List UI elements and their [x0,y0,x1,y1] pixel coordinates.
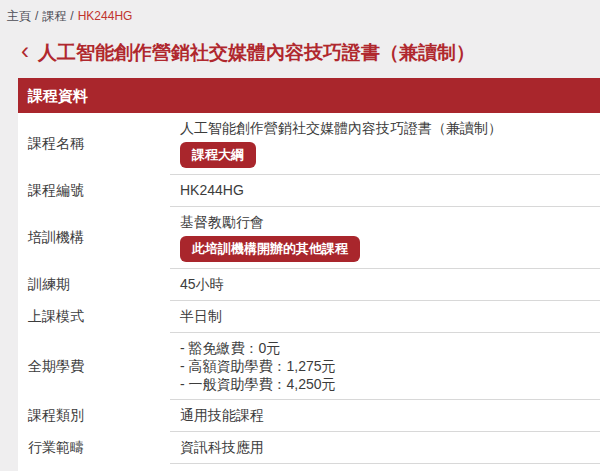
row-label: 培訓機構 [28,229,170,247]
row-value-text: 基督教勵行會 [180,213,590,232]
row-value-text: 資訊科技應用 [180,438,590,457]
table-row: 課程類別 通用技能課程 [28,400,600,432]
row-value-text: 半日制 [180,307,590,326]
course-info-panel: 課程資料 課程名稱 人工智能創作營銷社交媒體內容技巧證書（兼讀制）課程大綱 課程… [18,78,600,471]
row-label: 上課模式 [28,308,170,326]
table-row: 訓練期 45小時 [28,269,600,301]
breadcrumb-separator: / [35,9,38,23]
row-action-button[interactable]: 課程大綱 [180,142,256,168]
row-value: 45小時 [170,269,600,301]
row-value: HK244HG [170,175,600,207]
breadcrumb-current: HK244HG [78,9,133,23]
page-title-row: ‹ 人工智能創作營銷社交媒體內容技巧證書（兼讀制） [21,40,590,66]
row-value: 資訊科技應用 [170,432,600,464]
breadcrumb: 主頁/課程/HK244HG [0,0,600,23]
row-label: 課程編號 [28,182,170,200]
breadcrumb-link-courses[interactable]: 課程 [42,9,66,23]
table-row: 上課模式 半日制 [28,301,600,333]
row-label: 課程名稱 [28,135,170,153]
row-value-text: HK244HG [180,181,590,200]
row-value: 基督教勵行會此培訓機構開辦的其他課程 [170,207,600,269]
panel-header: 課程資料 [18,78,600,113]
row-value: - 豁免繳費：0元- 高額資助學費：1,275元- 一般資助學費：4,250元 [170,333,600,400]
row-value: 通用技能課程 [170,400,600,432]
table-row: 培訓機構 基督教勵行會此培訓機構開辦的其他課程 [28,207,600,269]
breadcrumb-separator: / [70,9,73,23]
chevron-left-icon[interactable]: ‹ [21,41,29,61]
course-info-table: 課程名稱 人工智能創作營銷社交媒體內容技巧證書（兼讀制）課程大綱 課程編號 HK… [18,113,600,471]
row-value-text: 45小時 [180,275,590,294]
table-row: 行業範疇 資訊科技應用 [28,432,600,464]
row-action-button[interactable]: 此培訓機構開辦的其他課程 [180,236,360,262]
row-value: 人工智能創作營銷社交媒體內容技巧證書（兼讀制）課程大綱 [170,113,600,175]
table-row: 課程名稱 人工智能創作營銷社交媒體內容技巧證書（兼讀制）課程大綱 [28,113,600,175]
fee-line: - 豁免繳費：0元 [180,339,590,357]
row-value-text: 通用技能課程 [180,406,590,425]
row-label: 行業範疇 [28,439,170,457]
fee-line: - 高額資助學費：1,275元 [180,357,590,375]
page-title: 人工智能創作營銷社交媒體內容技巧證書（兼讀制） [38,40,475,66]
table-row: 課程編號 HK244HG [28,175,600,207]
table-row: 全期學費 - 豁免繳費：0元- 高額資助學費：1,275元- 一般資助學費：4,… [28,333,600,400]
row-label: 課程類別 [28,407,170,425]
row-label: 全期學費 [28,358,170,376]
row-label: 訓練期 [28,276,170,294]
row-value-text: 人工智能創作營銷社交媒體內容技巧證書（兼讀制） [180,119,590,138]
fee-line: - 一般資助學費：4,250元 [180,375,590,393]
breadcrumb-link-home[interactable]: 主頁 [7,9,31,23]
row-value: 半日制 [170,301,600,333]
